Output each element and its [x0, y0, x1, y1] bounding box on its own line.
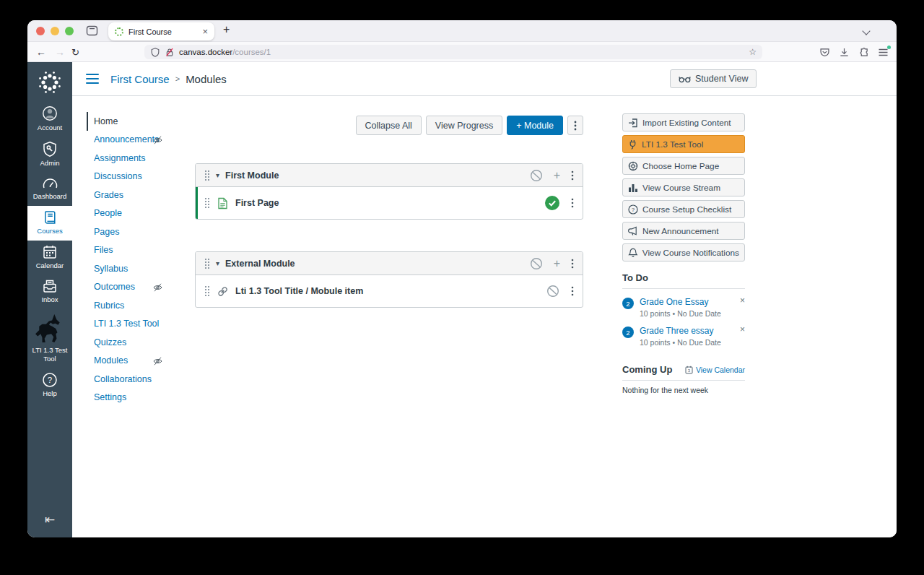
zoom-window-button[interactable]: [65, 27, 74, 35]
course-menu-hamburger-icon[interactable]: [86, 74, 99, 85]
course-nav-home[interactable]: Home: [87, 112, 195, 131]
course-nav-files[interactable]: Files: [87, 241, 195, 260]
tab-list-chevron-icon[interactable]: [862, 27, 870, 35]
view-course-stream-button[interactable]: View Course Stream: [622, 178, 745, 196]
course-nav-pages[interactable]: Pages: [87, 222, 195, 241]
add-item-plus-icon[interactable]: +: [554, 258, 560, 269]
course-nav-quizzes[interactable]: Quizzes: [87, 333, 195, 352]
course-nav-rubrics[interactable]: Rubrics: [87, 296, 195, 315]
tab-close-icon[interactable]: ×: [202, 26, 208, 37]
insecure-lock-icon[interactable]: [165, 47, 175, 58]
course-setup-checklist-button[interactable]: ? Course Setup Checklist: [622, 200, 745, 218]
pocket-icon[interactable]: [819, 47, 830, 58]
unpublish-circle-slash-icon[interactable]: [530, 257, 543, 270]
course-nav-settings[interactable]: Settings: [87, 389, 195, 407]
item-kebab-icon[interactable]: [571, 286, 574, 296]
back-button[interactable]: ←: [36, 46, 46, 58]
download-icon[interactable]: [839, 47, 850, 58]
svg-text:?: ?: [632, 207, 635, 213]
url-bar[interactable]: canvas.docker/courses/1 ☆: [144, 45, 762, 59]
svg-text:?: ?: [48, 376, 52, 384]
collapse-all-button[interactable]: Collapse All: [356, 116, 422, 135]
browser-tab[interactable]: First Course ×: [108, 22, 214, 40]
drag-handle-icon[interactable]: [204, 197, 210, 209]
view-calendar-link[interactable]: 3 View Calendar: [685, 366, 745, 374]
browser-toolbar: ← → ↻ canvas.docker/courses/1 ☆: [27, 42, 897, 62]
global-nav-dashboard[interactable]: Dashboard: [27, 173, 72, 206]
calendar-icon: [42, 244, 58, 260]
new-announcement-button[interactable]: New Announcement: [622, 222, 745, 240]
lti-test-tool-button[interactable]: LTI 1.3 Test Tool: [622, 135, 745, 153]
add-module-button[interactable]: + Module: [507, 116, 563, 135]
drag-handle-icon[interactable]: [204, 170, 210, 181]
plug-icon: [628, 139, 637, 150]
course-nav-announcements[interactable]: Announcements: [87, 131, 195, 150]
import-existing-content-button[interactable]: Import Existing Content: [622, 113, 745, 131]
global-nav-inbox[interactable]: Inbox: [27, 274, 72, 309]
published-check-icon[interactable]: [545, 196, 559, 210]
course-nav-assignments[interactable]: Assignments: [87, 149, 195, 168]
module-kebab-icon[interactable]: [571, 259, 574, 269]
extensions-puzzle-icon[interactable]: [858, 47, 869, 58]
question-circle-icon: ?: [628, 204, 638, 215]
todo-item-link[interactable]: Grade One Essay: [640, 297, 721, 307]
student-view-button[interactable]: Student View: [670, 69, 757, 88]
hidden-eye-icon: [153, 136, 162, 144]
course-nav-outcomes[interactable]: Outcomes: [87, 278, 195, 297]
module-item-first-page[interactable]: First Page: [196, 187, 583, 219]
choose-home-page-button[interactable]: Choose Home Page: [622, 157, 745, 175]
module-item-title[interactable]: Lti 1.3 Tool Title / Mobule item: [235, 286, 363, 296]
global-nav-help[interactable]: ? Help: [27, 368, 72, 403]
drag-handle-icon[interactable]: [204, 285, 210, 297]
global-nav-account[interactable]: Account: [27, 101, 72, 137]
inbox-icon: [42, 278, 58, 294]
course-nav-grades[interactable]: Grades: [87, 186, 195, 204]
view-course-notifications-button[interactable]: View Course Notifications: [622, 243, 745, 261]
page-document-icon: [217, 197, 228, 209]
module-header: ▾ External Module +: [196, 252, 583, 275]
global-navigation: Account Admin Dashboard: [27, 62, 72, 537]
course-nav-syllabus[interactable]: Syllabus: [87, 259, 195, 278]
add-item-plus-icon[interactable]: +: [554, 170, 560, 181]
dismiss-todo-icon[interactable]: ×: [740, 295, 745, 306]
view-progress-button[interactable]: View Progress: [426, 116, 502, 135]
course-nav-discussions[interactable]: Discussions: [87, 168, 195, 186]
todo-count-badge: 2: [622, 298, 634, 309]
course-nav-people[interactable]: People: [87, 204, 195, 223]
dismiss-todo-icon[interactable]: ×: [740, 324, 745, 334]
app-menu-button[interactable]: [878, 48, 889, 57]
module-kebab-icon[interactable]: [571, 170, 574, 181]
new-tab-button[interactable]: +: [223, 23, 230, 36]
tracking-shield-icon[interactable]: [150, 47, 160, 58]
collapse-global-nav-button[interactable]: ⇤: [27, 512, 72, 537]
canvas-logo-icon[interactable]: [37, 69, 63, 95]
coming-up-heading: Coming Up: [622, 364, 672, 375]
todo-item-link[interactable]: Grade Three essay: [640, 326, 721, 336]
module-title: First Module: [225, 170, 279, 181]
global-nav-courses[interactable]: Courses: [27, 206, 72, 241]
breadcrumb-course-link[interactable]: First Course: [110, 73, 170, 85]
module-item-actions: [545, 196, 574, 210]
global-nav-admin[interactable]: Admin: [27, 137, 72, 173]
global-nav-calendar[interactable]: Calendar: [27, 241, 72, 275]
course-nav-lti-test-tool[interactable]: LTI 1.3 Test Tool: [87, 315, 195, 334]
bookmark-star-icon[interactable]: ☆: [749, 47, 757, 57]
drag-handle-icon[interactable]: [204, 258, 210, 269]
reload-button[interactable]: ↻: [71, 46, 79, 57]
coming-up-header: Coming Up 3 View Calendar: [622, 364, 745, 381]
course-nav-modules[interactable]: Modules: [87, 352, 195, 371]
minimize-window-button[interactable]: [51, 27, 59, 35]
module-item-lti-tool[interactable]: Lti 1.3 Tool Title / Mobule item: [196, 275, 583, 307]
global-nav-lti-test-tool[interactable]: LTI 1.3 Test Tool: [27, 309, 72, 368]
collapse-module-caret-icon[interactable]: ▾: [216, 171, 219, 179]
modules-options-kebab-button[interactable]: [567, 116, 583, 135]
forward-button[interactable]: →: [55, 46, 65, 58]
unpublished-circle-slash-icon[interactable]: [546, 285, 559, 298]
firefox-view-icon[interactable]: [86, 25, 98, 37]
item-kebab-icon[interactable]: [571, 198, 574, 208]
module-item-title[interactable]: First Page: [235, 198, 279, 208]
collapse-module-caret-icon[interactable]: ▾: [216, 259, 219, 267]
unpublish-circle-slash-icon[interactable]: [530, 169, 543, 182]
course-nav-collaborations[interactable]: Collaborations: [87, 370, 195, 389]
close-window-button[interactable]: [36, 27, 45, 35]
